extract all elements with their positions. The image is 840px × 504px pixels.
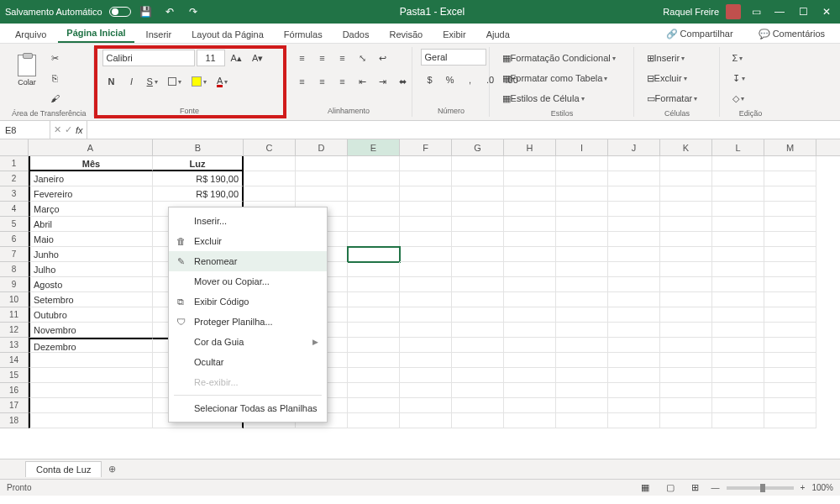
cell[interactable] (556, 323, 608, 338)
number-format-select[interactable]: Geral (421, 49, 486, 66)
cell[interactable] (712, 368, 764, 383)
cell[interactable] (400, 383, 452, 398)
cell[interactable] (608, 307, 660, 323)
cell[interactable]: Março (29, 202, 153, 217)
cell[interactable]: R$ 190,00 (153, 186, 244, 202)
cell[interactable] (764, 413, 816, 428)
cell[interactable] (296, 171, 348, 186)
col-header-m[interactable]: M (764, 139, 816, 155)
cell[interactable] (504, 262, 556, 277)
view-normal-icon[interactable]: ▦ (636, 479, 654, 497)
cell[interactable] (400, 247, 452, 262)
cell[interactable] (348, 323, 400, 338)
cell[interactable] (348, 413, 400, 428)
cell[interactable] (348, 353, 400, 368)
cell[interactable] (400, 368, 452, 383)
row-header[interactable]: 12 (0, 323, 29, 338)
cell[interactable] (712, 353, 764, 368)
cell[interactable] (608, 186, 660, 202)
clear-icon[interactable]: ◇ ▾ (728, 89, 748, 108)
cell[interactable] (660, 171, 712, 186)
align-top-icon[interactable]: ≡ (293, 49, 312, 67)
col-header-k[interactable]: K (660, 139, 712, 155)
ribbon-options-icon[interactable]: ▭ (748, 3, 764, 20)
cell[interactable] (504, 171, 556, 186)
zoom-level[interactable]: 100% (811, 483, 833, 492)
cell[interactable] (712, 156, 764, 171)
cell[interactable] (712, 217, 764, 232)
ctx-cor[interactable]: Cor da Guia▶ (169, 332, 327, 352)
currency-icon[interactable]: $ (421, 71, 439, 89)
cell-styles-button[interactable]: ▦ Estilos de Célula ▾ (498, 89, 627, 108)
cell[interactable] (348, 307, 400, 323)
cell[interactable] (764, 292, 816, 307)
row-header[interactable]: 1 (0, 156, 29, 171)
cell[interactable] (608, 277, 660, 292)
cell[interactable] (556, 353, 608, 368)
cell[interactable] (712, 232, 764, 247)
cell[interactable] (504, 307, 556, 323)
ctx-mover[interactable]: Mover ou Copiar... (169, 271, 327, 291)
row-header[interactable]: 5 (0, 217, 29, 232)
row-header[interactable]: 3 (0, 186, 29, 202)
cell[interactable] (660, 413, 712, 428)
cell[interactable] (608, 323, 660, 338)
cell[interactable]: Julho (29, 262, 153, 277)
cell[interactable] (556, 262, 608, 277)
row-header[interactable]: 6 (0, 232, 29, 247)
cell[interactable]: Setembro (29, 292, 153, 307)
cell[interactable] (452, 307, 504, 323)
cell[interactable] (660, 262, 712, 277)
cell[interactable] (452, 262, 504, 277)
cell[interactable] (400, 262, 452, 277)
name-box[interactable]: E8 (0, 121, 50, 139)
borders-button[interactable]: ▾ (164, 72, 186, 91)
cell[interactable] (712, 202, 764, 217)
row-header[interactable]: 7 (0, 247, 29, 262)
cell[interactable] (504, 398, 556, 413)
tab-layout[interactable]: Layout da Página (183, 26, 272, 43)
cell[interactable] (400, 232, 452, 247)
cell[interactable] (348, 202, 400, 217)
cell[interactable] (400, 186, 452, 202)
cell[interactable] (400, 323, 452, 338)
cell[interactable] (452, 186, 504, 202)
ctx-todas[interactable]: Selecionar Todas as Planilhas (169, 398, 327, 418)
cell[interactable] (712, 247, 764, 262)
merge-icon[interactable]: ⬌ (394, 72, 412, 91)
cell[interactable] (244, 186, 296, 202)
cell[interactable] (764, 217, 816, 232)
redo-icon[interactable]: ↷ (185, 3, 202, 20)
cell[interactable] (504, 338, 556, 353)
cell[interactable] (400, 156, 452, 171)
cancel-formula-icon[interactable]: ✕ (54, 124, 61, 135)
cell[interactable] (452, 202, 504, 217)
col-header-i[interactable]: I (556, 139, 608, 155)
zoom-in-icon[interactable]: + (801, 483, 806, 492)
cell[interactable] (556, 368, 608, 383)
cell[interactable] (764, 277, 816, 292)
cell[interactable] (712, 277, 764, 292)
cell[interactable] (400, 171, 452, 186)
ctx-codigo[interactable]: ⧉Exibir Código (169, 291, 327, 312)
cell[interactable] (504, 383, 556, 398)
comments-button[interactable]: 💬 Comentários (750, 25, 833, 43)
copy-button[interactable]: ⎘ (45, 69, 64, 87)
row-header[interactable]: 16 (0, 383, 29, 398)
maximize-icon[interactable]: ☐ (795, 3, 811, 20)
percent-icon[interactable]: % (441, 71, 459, 89)
cell[interactable] (400, 413, 452, 428)
tab-formulas[interactable]: Fórmulas (276, 26, 331, 43)
cell[interactable] (660, 156, 712, 171)
cell[interactable] (452, 383, 504, 398)
cell[interactable] (608, 202, 660, 217)
cell[interactable] (452, 292, 504, 307)
cell[interactable] (608, 232, 660, 247)
row-header[interactable]: 13 (0, 338, 29, 353)
tab-revisao[interactable]: Revisão (381, 26, 431, 43)
cell[interactable] (556, 292, 608, 307)
row-header[interactable]: 4 (0, 202, 29, 217)
cell[interactable] (764, 398, 816, 413)
cell[interactable] (660, 398, 712, 413)
cell[interactable] (504, 156, 556, 171)
